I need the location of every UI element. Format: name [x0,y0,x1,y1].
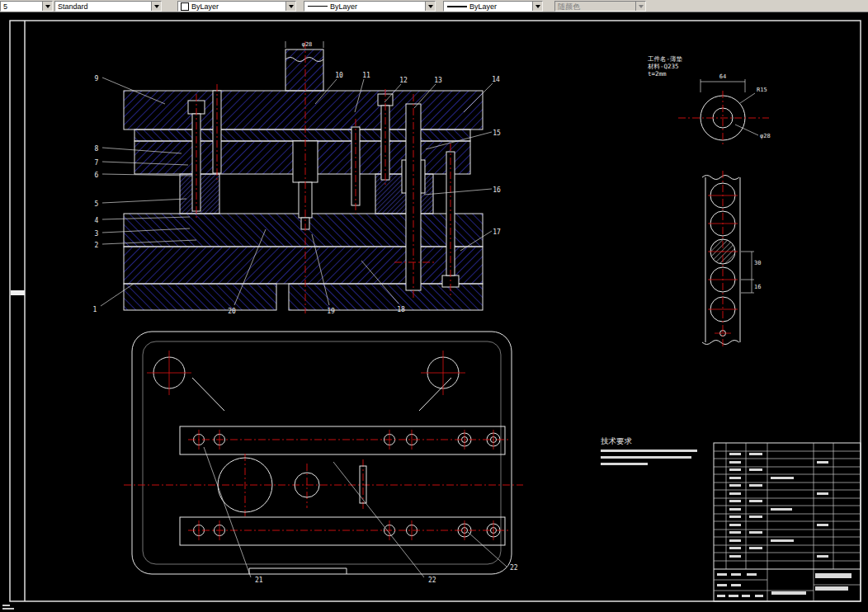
plot-style-combo: 随颜色 [554,1,646,12]
balloon-6[interactable]: 6 [95,172,99,179]
dim-hole-diameter[interactable]: φ28 [760,133,771,139]
arrow-down-icon [289,5,294,8]
balloon-19[interactable]: 19 [327,308,335,315]
balloon-4[interactable]: 4 [95,217,99,224]
color-control-combo[interactable]: ByLayer [177,1,296,12]
color-value: ByLayer [189,2,285,11]
balloon-20[interactable]: 20 [228,308,236,315]
dim-width-64[interactable]: 64 [719,73,726,80]
cad-application-window: 5 Standard ByLayer ByLayer ByLayer 随颜色 [0,0,868,612]
workpiece-thickness-text[interactable]: t=2mm [648,70,667,78]
dim-radius[interactable]: R15 [757,87,767,93]
balloon-16[interactable]: 16 [493,186,501,194]
dropdown-arrow-icon[interactable] [425,2,435,11]
dropdown-arrow-icon[interactable] [151,2,161,11]
arrow-down-icon [639,5,644,8]
plan-view[interactable]: 21 22 22 [124,332,523,584]
dim-style-value: 5 [1,2,42,11]
linetype-sample-icon [308,6,328,7]
balloon-14[interactable]: 14 [492,76,500,83]
plot-style-value: 随颜色 [555,2,635,11]
balloon-3[interactable]: 3 [95,230,99,238]
balloon-17[interactable]: 17 [493,228,501,236]
dropdown-arrow-icon [635,2,645,11]
arrow-down-icon [154,5,159,8]
lineweight-value: ByLayer [467,2,532,11]
dim-strip-pitch[interactable]: 30 [754,260,761,266]
workpiece-name-text[interactable]: 工件名-薄垫 [648,55,683,63]
balloon-12[interactable]: 12 [399,77,408,84]
balloon-9[interactable]: 9 [95,75,99,82]
balloon-15[interactable]: 15 [493,129,501,137]
dropdown-arrow-icon[interactable] [532,2,542,11]
lineweight-sample-icon [447,6,467,7]
balloon-18[interactable]: 18 [397,306,405,313]
section-view[interactable]: φ28 9 8 7 6 5 [93,41,501,315]
dropdown-arrow-icon[interactable] [42,2,52,11]
balloon-5[interactable]: 5 [95,200,99,208]
balloon-13[interactable]: 13 [434,77,442,84]
dropdown-arrow-icon[interactable] [285,2,295,11]
linetype-value: ByLayer [328,2,425,11]
balloon-7[interactable]: 7 [95,159,99,167]
balloon-11[interactable]: 11 [362,72,370,79]
linetype-control-combo[interactable]: ByLayer [304,1,436,12]
balloon-22b[interactable]: 22 [510,564,518,572]
dim-strip-margin[interactable]: 16 [754,284,761,290]
properties-toolbar: 5 Standard ByLayer ByLayer ByLayer 随颜色 [0,0,868,12]
balloon-8[interactable]: 8 [95,145,99,153]
workpiece-view[interactable]: 工件名-薄垫 材料-Q235 t=2mm 64 R15 φ28 [648,55,771,147]
balloon-2[interactable]: 2 [95,242,99,249]
text-style-combo[interactable]: Standard [54,1,162,12]
command-line-fragment [2,605,14,610]
dim-style-combo[interactable]: 5 [0,1,53,12]
title-block[interactable] [714,443,861,601]
balloon-22[interactable]: 22 [428,577,436,584]
color-swatch-icon [181,2,189,11]
lineweight-control-combo[interactable]: ByLayer [443,1,543,12]
strip-layout-view[interactable]: 30 16 [702,171,761,348]
balloon-21[interactable]: 21 [255,577,263,584]
arrow-down-icon [535,5,540,8]
arrow-down-icon [45,5,50,8]
balloon-10[interactable]: 10 [335,72,343,79]
tech-requirements[interactable]: 技术要求 [601,436,697,465]
drawing-canvas[interactable]: φ28 9 8 7 6 5 [0,12,868,612]
tech-req-title[interactable]: 技术要求 [601,436,633,445]
workpiece-material-text[interactable]: 材料-Q235 [648,63,679,70]
balloon-1[interactable]: 1 [93,306,97,313]
model-space-canvas[interactable]: φ28 9 8 7 6 5 [0,12,868,612]
dim-shank-diameter[interactable]: φ28 [302,41,313,48]
arrow-down-icon [428,5,433,8]
text-style-value: Standard [55,2,151,11]
